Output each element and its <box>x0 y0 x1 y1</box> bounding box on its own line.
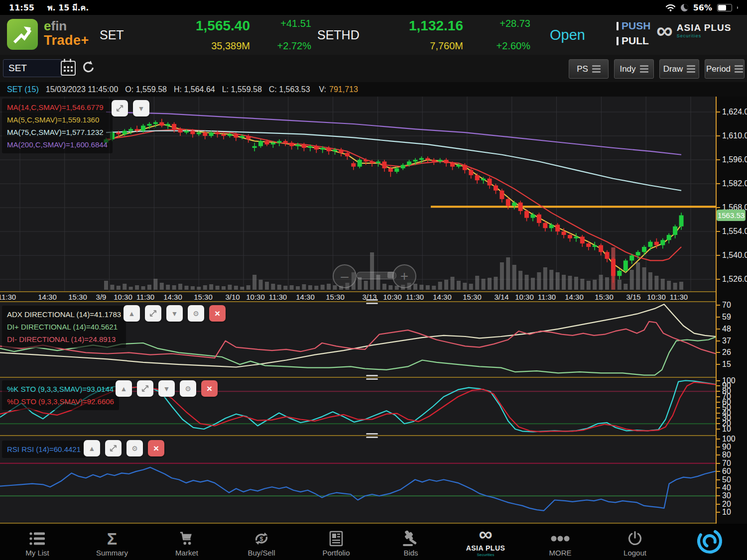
menu-lines-icon <box>735 65 743 73</box>
down-panel-button[interactable]: ▼ <box>158 380 175 397</box>
zoom-in-button[interactable]: + <box>392 264 416 288</box>
quote-datetime: 15/03/2023 11:45:00 <box>46 85 119 94</box>
nav-item-bids[interactable]: Bids <box>374 524 448 560</box>
quote-symbol: SET (15) <box>7 85 39 94</box>
up-panel-button[interactable]: ▲ <box>124 305 140 322</box>
sethd-change: +28.73 <box>499 18 530 29</box>
axis-tick <box>716 429 720 430</box>
refresh-icon[interactable] <box>81 60 96 75</box>
calendar-icon[interactable] <box>61 61 76 76</box>
axis-tick-label: 48 <box>722 325 731 334</box>
nav-item-label: ASIA PLUS <box>466 544 505 552</box>
asia-plus-logo: ∞ ASIA PLUS Securities <box>656 19 731 42</box>
quote-high: H: 1,564.64 <box>174 85 215 94</box>
nav-item-label: MORE <box>549 549 572 557</box>
close-panel-button[interactable]: × <box>201 380 218 397</box>
quote-open: O: 1,559.58 <box>125 85 167 94</box>
x-axis-label: 3/14 <box>494 293 508 301</box>
zoom-slider[interactable] <box>357 272 396 279</box>
x-axis-label: 11:30 <box>670 293 688 301</box>
status-right: 56% <box>665 3 738 12</box>
pull-bar-icon <box>617 37 619 45</box>
legend-row: %D STO (9,3,3,SMAV)=92.6606 <box>7 395 114 408</box>
x-axis-label: 11:30 <box>0 293 16 301</box>
pull-button[interactable]: PULL <box>617 35 650 47</box>
nav-item-label: Market <box>175 549 198 557</box>
x-axis-label: 15:30 <box>194 293 213 301</box>
broker-sub: Securities <box>677 33 732 38</box>
chart-area: 11:3014:3015:303/910:3011:3014:3015:303/… <box>0 97 747 524</box>
more-icon <box>550 530 570 547</box>
axis-tick <box>716 317 720 318</box>
nav-item-logout[interactable]: Logout <box>598 524 672 560</box>
set-index-label[interactable]: SET <box>100 15 124 55</box>
zoom-out-button[interactable]: – <box>333 264 357 288</box>
axis-tick <box>716 364 720 365</box>
axis-tick-label: 30 <box>722 491 731 500</box>
ohlc-quote-line: SET (15) 15/03/2023 11:45:00 O: 1,559.58… <box>0 82 747 97</box>
sethd-index-label[interactable]: SETHD <box>317 15 360 55</box>
gear-panel-button[interactable]: ⚙ <box>188 305 204 322</box>
axis-tick-label: 37 <box>722 336 731 345</box>
up-panel-button[interactable]: ▲ <box>116 380 132 397</box>
axis-tick <box>716 495 720 496</box>
legend-row: DI+ DIRECTIONAL (14)=40.5621 <box>7 321 121 333</box>
nav-item-buy-sell[interactable]: $Buy/Sell <box>224 524 299 560</box>
symbol-input[interactable] <box>3 59 62 77</box>
quote-close: C: 1,563.53 <box>269 85 310 94</box>
close-panel-button[interactable]: × <box>148 440 164 456</box>
ma-legend: MA(14,C,SMAV)=1,546.6779MA(5,C,SMAV)=1,5… <box>2 99 113 153</box>
menu-lines-icon <box>640 65 648 73</box>
close-panel-button[interactable]: × <box>209 305 226 322</box>
nav-item-portfolio[interactable]: Portfolio <box>299 524 374 560</box>
legend-row: MA(75,C,SMAV)=1,577.1232 <box>7 126 108 138</box>
nav-item-my-list[interactable]: My List <box>0 524 75 560</box>
panel-resize-handle[interactable] <box>366 433 378 438</box>
broker-name: ASIA PLUS <box>677 22 732 33</box>
expand-panel-button[interactable] <box>112 100 128 116</box>
nav-item-summary[interactable]: ΣSummary <box>75 524 149 560</box>
cart-icon <box>178 530 195 547</box>
x-axis-label: 10:30 <box>383 293 402 301</box>
buysell-icon: $ <box>253 530 270 547</box>
gear-panel-button[interactable]: ⚙ <box>126 440 143 456</box>
axis-tick <box>716 391 720 392</box>
push-bar-icon <box>617 22 619 30</box>
legend-row: MA(5,C,SMAV)=1,559.1360 <box>7 113 108 126</box>
nav-item-asia-plus[interactable]: ∞ASIA PLUSSecurities <box>448 524 523 560</box>
efin-home-spinner-icon[interactable] <box>672 524 747 560</box>
axis-tick <box>716 305 720 306</box>
x-axis-label: 11:30 <box>406 293 424 301</box>
logo-trade-plus: Trade+ <box>44 33 89 48</box>
nav-item-label: Buy/Sell <box>248 549 275 557</box>
expand-panel-button[interactable] <box>145 305 161 322</box>
nav-item-more[interactable]: MORE <box>523 524 598 560</box>
toolbar-button-draw[interactable]: Draw <box>659 59 699 79</box>
x-axis-label: 11:30 <box>136 293 154 301</box>
down-panel-button[interactable]: ▼ <box>166 305 183 322</box>
gear-panel-button[interactable]: ⚙ <box>180 380 196 397</box>
menu-lines-icon <box>592 65 601 73</box>
axis-tick-label: 70 <box>722 301 731 310</box>
x-axis-strip: 11:3014:3015:303/910:3011:3014:3015:303/… <box>0 291 716 302</box>
down-panel-button[interactable]: ▼ <box>133 100 149 116</box>
push-label: PUSH <box>622 20 650 32</box>
nav-item-market[interactable]: Market <box>149 524 224 560</box>
nav-item-label: My List <box>25 549 49 557</box>
toolbar-button-period[interactable]: Period <box>705 59 745 79</box>
up-panel-button[interactable]: ▲ <box>84 440 100 456</box>
push-button[interactable]: PUSH <box>617 20 650 32</box>
axis-tick <box>716 159 720 160</box>
quote-volume-label: V: <box>319 85 327 94</box>
toolbar-button-indy[interactable]: Indy <box>614 59 654 79</box>
axis-tick-label: 60 <box>722 467 731 476</box>
expand-panel-button[interactable] <box>105 440 122 456</box>
panel-resize-handle[interactable] <box>366 299 378 304</box>
rsi-panel-buttons: ▲⚙× <box>84 440 164 456</box>
expand-panel-button[interactable] <box>137 380 153 397</box>
axis-tick <box>716 135 720 136</box>
adx-legend: ADX DIRECTIONAL (14)=41.1783DI+ DIRECTIO… <box>2 306 126 348</box>
toolbar-button-ps[interactable]: PS <box>569 59 609 79</box>
panel-resize-handle[interactable] <box>366 375 378 380</box>
portfolio-icon <box>329 530 343 547</box>
